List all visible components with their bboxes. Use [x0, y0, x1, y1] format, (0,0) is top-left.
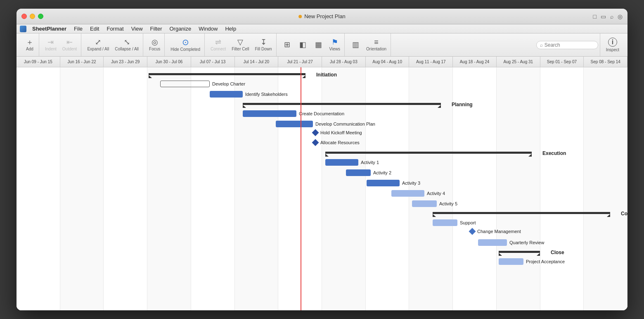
task-close[interactable]: Close — [499, 249, 564, 256]
unsaved-indicator — [298, 15, 302, 18]
hide-completed-button[interactable]: ⊙ Hide Completed — [168, 36, 203, 53]
filter-cell-button[interactable]: ▽ Filter Cell — [229, 37, 251, 53]
task-activity2[interactable]: Activity 2 — [346, 169, 391, 176]
week-col-12: Sep 01 - Sep 07 — [540, 57, 584, 67]
menu-file[interactable]: File — [71, 25, 86, 32]
task-control[interactable]: Control — [433, 210, 627, 217]
menu-edit[interactable]: Edit — [87, 25, 102, 32]
task-activity1[interactable]: Activity 1 — [325, 159, 379, 166]
svg-marker-5 — [438, 105, 441, 108]
outdent-icon: ⇤ — [66, 38, 73, 46]
fill-down-button[interactable]: ↧ Fill Down — [252, 37, 274, 53]
menu-window[interactable]: Window — [195, 25, 221, 32]
views-btn2[interactable]: ◧ — [296, 39, 310, 51]
focus-group: ◎ Focus — [145, 33, 165, 56]
svg-rect-0 — [149, 73, 305, 75]
task-create-docs[interactable]: Create Documentation — [243, 110, 344, 117]
indent-button[interactable]: ⇥ Indent — [43, 37, 59, 53]
hide-completed-icon: ⊙ — [182, 38, 189, 46]
search-box[interactable]: ⌕ — [536, 41, 598, 49]
menu-format[interactable]: Format — [103, 25, 127, 32]
orientation-icon1: ▥ — [352, 41, 359, 48]
views-group: ⊞ ◧ ▦ ⚑ Views — [278, 33, 345, 56]
week-col-8: Aug 04 - Aug 10 — [366, 57, 410, 67]
add-icon: ＋ — [26, 38, 33, 46]
svg-marker-7 — [325, 154, 329, 157]
svg-marker-2 — [302, 75, 305, 78]
window-title: New Project Plan — [304, 13, 346, 19]
expand-group: ⤢ Expand / All ⤡ Collapse / All — [83, 33, 143, 56]
traffic-lights — [21, 14, 43, 19]
indent-group: ⇥ Indent ⇤ Outdent — [41, 33, 81, 56]
collapse-icon: ⤡ — [124, 38, 130, 46]
views-icon4: ⚑ — [331, 38, 338, 46]
menu-help[interactable]: Help — [222, 25, 239, 32]
svg-marker-8 — [528, 154, 532, 157]
maximize-button[interactable] — [38, 14, 43, 19]
inspect-group: i Inspect — [602, 33, 623, 56]
menu-filter[interactable]: Filter — [147, 25, 166, 32]
toolbar: ＋ Add ⇥ Indent ⇤ Outdent ⤢ Expand / All … — [17, 33, 627, 57]
svg-rect-3 — [243, 103, 441, 105]
wifi-icon: □ — [593, 13, 597, 20]
expand-icon: ⤢ — [95, 38, 101, 46]
chart-area[interactable]: InitiationDevelop CharterIdentify Stakeh… — [17, 67, 627, 310]
task-quarterly-review[interactable]: Quarterly Review — [478, 239, 544, 246]
views-btn1[interactable]: ⊞ — [280, 39, 295, 51]
connect-group: ⇌ Connect ▽ Filter Cell ↧ Fill Down — [206, 33, 277, 56]
collapse-button[interactable]: ⤡ Collapse / All — [112, 37, 141, 53]
orientation-icon2: ≡ — [374, 38, 379, 46]
menu-app[interactable]: SheetPlanner — [29, 25, 70, 32]
minimize-button[interactable] — [30, 14, 35, 19]
views-btn3[interactable]: ▦ — [311, 39, 326, 51]
focus-button[interactable]: ◎ Focus — [147, 37, 163, 53]
timeline-header: Jun 09 - Jun 15Jun 16 - Jun 22Jun 23 - J… — [17, 57, 627, 67]
menu-view[interactable]: View — [128, 25, 146, 32]
orientation-btn2[interactable]: ≡ Orientation — [364, 37, 389, 53]
week-col-5: Jul 14 - Jul 20 — [235, 57, 279, 67]
orientation-btn1[interactable]: ▥ — [348, 39, 363, 51]
task-activity5[interactable]: Activity 5 — [412, 200, 457, 207]
task-planning[interactable]: Planning — [243, 101, 473, 108]
battery-icon: ▭ — [601, 13, 606, 20]
task-change-mgmt[interactable]: Change Management — [470, 229, 521, 234]
week-col-2: Jun 23 - Jun 29 — [104, 57, 147, 67]
week-col-13: Sep 08 - Sep 14 — [584, 57, 627, 67]
focus-icon: ◎ — [152, 38, 158, 46]
task-support[interactable]: Support — [433, 219, 476, 226]
window-title-area: New Project Plan — [298, 13, 346, 19]
search-input[interactable] — [545, 42, 590, 48]
connect-button[interactable]: ⇌ Connect — [208, 37, 228, 53]
week-col-10: Aug 18 - Aug 24 — [453, 57, 497, 67]
task-allocate-res[interactable]: Allocate Resources — [313, 140, 360, 145]
menu-bar: SheetPlanner File Edit Format View Filte… — [17, 24, 627, 33]
svg-marker-11 — [607, 214, 610, 217]
search-spotlight-icon: ⌕ — [610, 13, 613, 20]
week-col-1: Jun 16 - Jun 22 — [60, 57, 104, 67]
outdent-button[interactable]: ⇤ Outdent — [60, 37, 80, 53]
task-initiation[interactable]: Initiation — [149, 71, 337, 78]
week-col-6: Jul 21 - Jul 27 — [278, 57, 322, 67]
close-button[interactable] — [21, 14, 27, 19]
task-develop-charter[interactable]: Develop Charter — [160, 81, 245, 87]
inspect-button[interactable]: i Inspect — [604, 36, 622, 54]
search-icon: ⌕ — [540, 42, 543, 48]
task-hold-kickoff[interactable]: Hold Kickoff Meeting — [313, 130, 362, 135]
task-project-accept[interactable]: Project Acceptance — [499, 258, 565, 265]
week-col-4: Jul 07 - Jul 13 — [191, 57, 235, 67]
week-col-9: Aug 11 - Aug 17 — [409, 57, 453, 67]
expand-button[interactable]: ⤢ Expand / All — [85, 37, 111, 53]
task-execution[interactable]: Execution — [325, 150, 566, 157]
task-activity4[interactable]: Activity 4 — [391, 190, 445, 197]
task-dev-comm-plan[interactable]: Develop Communication Plan — [276, 121, 375, 127]
add-button[interactable]: ＋ Add — [22, 37, 37, 53]
task-activity3[interactable]: Activity 3 — [367, 180, 420, 186]
views-btn4[interactable]: ⚑ Views — [327, 37, 343, 53]
views-icon3: ▦ — [315, 41, 322, 48]
week-col-0: Jun 09 - Jun 15 — [17, 57, 60, 67]
svg-marker-14 — [537, 253, 540, 256]
task-identify-stakeholders[interactable]: Identify Stakeholders — [210, 91, 288, 98]
menu-organize[interactable]: Organize — [166, 25, 194, 32]
svg-marker-10 — [433, 214, 436, 217]
app-icon — [20, 26, 26, 32]
